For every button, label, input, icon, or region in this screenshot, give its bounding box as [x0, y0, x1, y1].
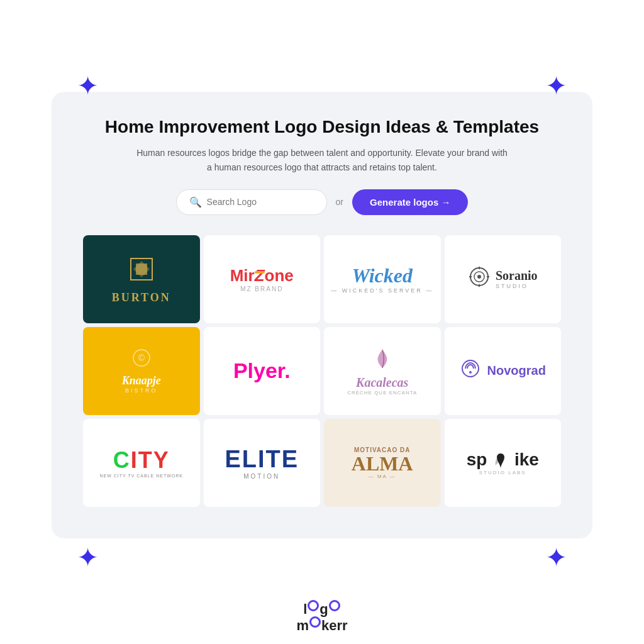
spmike-sub-text: STUDIO LABS	[467, 470, 539, 475]
page-subtitle: Human resources logos bridge the gap bet…	[133, 146, 511, 174]
logo-kacalecas[interactable]: Kacalecas CRÈCHE QUE ENCANTA	[324, 327, 441, 415]
sparkle-bottom-right-icon	[545, 545, 567, 571]
logo-grid: BURTON MirZone MZ BRAND Wicked — WICKED'…	[83, 235, 561, 507]
search-icon: 🔍	[189, 196, 202, 208]
knaapje-sub-text: BISTRO	[122, 387, 161, 394]
kacalecas-icon	[347, 347, 417, 374]
logo-spmike[interactable]: sp ike STUDIO LABS	[445, 419, 562, 507]
logo-plyer[interactable]: Plyer.	[204, 327, 321, 415]
knaapje-icon: ©	[122, 348, 161, 372]
logo-knaapje[interactable]: © Knaapje BISTRO	[83, 327, 200, 415]
soranio-sub-text: STUDIO	[496, 283, 538, 289]
generate-logos-button[interactable]: Generate logos →	[352, 189, 468, 215]
header-section: Home Improvement Logo Design Ideas & Tem…	[83, 117, 561, 215]
elite-sub-text: MOTION	[225, 473, 299, 480]
spmike-logo-text: sp ike	[467, 450, 539, 470]
logomakerr-line1: lg	[303, 601, 341, 618]
logo-wicked[interactable]: Wicked — WICKED'S SERVER —	[324, 235, 441, 323]
page-title: Home Improvement Logo Design Ideas & Tem…	[83, 117, 561, 137]
logo-novograd[interactable]: Novograd	[445, 327, 562, 415]
soranio-logo-text: Soranio	[496, 269, 538, 283]
or-text: or	[336, 197, 343, 207]
logo-city[interactable]: CITY NEW CITY TV CABLE NETWORK	[83, 419, 200, 507]
search-row: 🔍 or Generate logos →	[83, 189, 561, 215]
svg-rect-2	[136, 264, 147, 275]
wicked-sub-text: — WICKED'S SERVER —	[331, 287, 433, 294]
knaapje-logo-text: Knaapje	[122, 374, 161, 387]
sparkle-bottom-left-icon	[77, 545, 99, 571]
plyer-logo-text: Plyer.	[233, 358, 291, 383]
svg-text:©: ©	[138, 353, 145, 363]
mirzone-logo-text: MirZone	[230, 266, 294, 286]
logo-motivacao[interactable]: MOTIVACAO DA ALMA — MA —	[324, 419, 441, 507]
wicked-logo-text: Wicked	[331, 264, 433, 287]
logo-mirzone[interactable]: MirZone MZ BRAND	[204, 235, 321, 323]
burton-logo-text: BURTON	[112, 291, 171, 304]
motivacao-alma-text: ALMA	[352, 453, 413, 474]
page-wrapper: Home Improvement Logo Design Ideas & Tem…	[52, 10, 592, 634]
search-box[interactable]: 🔍	[176, 189, 327, 215]
search-input[interactable]	[207, 197, 314, 207]
svg-point-5	[477, 275, 481, 279]
logo-elite[interactable]: ELITE MOTION	[204, 419, 321, 507]
svg-point-12	[469, 371, 472, 374]
main-card: Home Improvement Logo Design Ideas & Tem…	[52, 92, 592, 538]
city-sub-text: NEW CITY TV CABLE NETWORK	[100, 474, 183, 478]
logomakerr-line2: mkerr	[296, 618, 347, 634]
novograd-icon	[460, 358, 481, 384]
elite-logo-text: ELITE	[225, 446, 299, 473]
soranio-icon	[468, 265, 491, 292]
kacalecas-logo-text: Kacalecas	[347, 375, 417, 390]
logomakerr-logo: lg mkerr	[296, 601, 347, 634]
novograd-logo-text: Novograd	[487, 364, 546, 378]
logo-burton[interactable]: BURTON	[83, 235, 200, 323]
footer-brand: lg mkerr	[52, 601, 592, 634]
city-logo-text: CITY	[100, 447, 183, 474]
logo-soranio[interactable]: Soranio STUDIO	[445, 235, 562, 323]
mirzone-sub-text: MZ BRAND	[230, 286, 294, 292]
kacalecas-sub-text: CRÈCHE QUE ENCANTA	[347, 390, 417, 396]
